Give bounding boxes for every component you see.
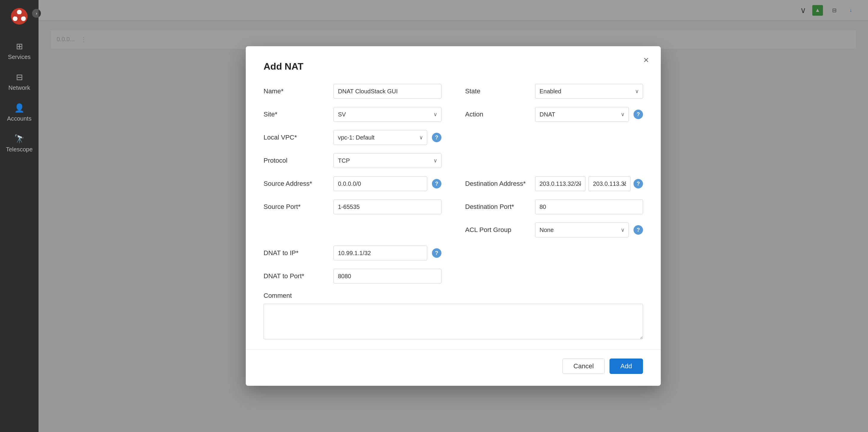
dnat-to-ip-row: DNAT to IP* ? <box>264 245 441 260</box>
destination-address-ip-select[interactable]: 203.0.113.33 <box>588 176 630 191</box>
local-vpc-help-icon[interactable]: ? <box>432 133 441 142</box>
action-label: Action <box>465 110 530 118</box>
name-row: Name* <box>264 84 441 99</box>
comment-label: Comment <box>264 292 643 300</box>
sidebar-item-telescope[interactable]: 🔭 Telescope <box>0 128 38 159</box>
dnat-to-ip-help-icon[interactable]: ? <box>432 248 441 258</box>
cancel-button[interactable]: Cancel <box>562 359 604 374</box>
dnat-to-ip-label: DNAT to IP* <box>264 249 329 257</box>
acl-port-group-label: ACL Port Group <box>465 226 530 234</box>
close-button[interactable]: × <box>643 55 649 65</box>
name-label: Name* <box>264 88 329 95</box>
dnat-right <box>465 245 643 292</box>
add-button[interactable]: Add <box>610 359 643 374</box>
svg-point-2 <box>13 16 18 21</box>
destination-address-ip-wrapper: 203.0.113.33 ∨ <box>588 176 630 191</box>
protocol-label: Protocol <box>264 157 329 164</box>
site-label: Site* <box>264 110 329 118</box>
destination-address-label: Destination Address* <box>465 180 530 188</box>
modal-footer: Cancel Add <box>264 359 643 374</box>
sidebar-item-services-label: Services <box>8 54 31 61</box>
acl-port-group-select[interactable]: None Group 1 <box>535 223 629 237</box>
destination-address-select-wrapper: 203.0.113.32/27 (Public Sub... ∨ <box>535 176 586 191</box>
destination-address-select[interactable]: 203.0.113.32/27 (Public Sub... <box>535 176 586 191</box>
dnat-to-port-row: DNAT to Port* <box>264 269 441 284</box>
action-help-icon[interactable]: ? <box>633 110 643 119</box>
sidebar-item-network[interactable]: ⊟ Network <box>0 66 38 97</box>
spacer <box>465 130 643 153</box>
local-vpc-select[interactable]: vpc-1: Default vpc-2 <box>334 130 427 145</box>
dnat-left: DNAT to IP* ? DNAT to Port* <box>264 245 441 292</box>
acl-port-group-help-icon[interactable]: ? <box>633 225 643 235</box>
destination-port-input[interactable] <box>535 199 643 214</box>
form-right-column: State Enabled Disabled ∨ Action DNAT <box>465 84 643 245</box>
source-address-label: Source Address* <box>264 180 329 188</box>
source-port-label: Source Port* <box>264 203 329 211</box>
state-row: State Enabled Disabled ∨ <box>465 84 643 99</box>
telescope-icon: 🔭 <box>14 134 25 144</box>
dnat-to-port-input[interactable] <box>334 269 441 284</box>
destination-address-row: Destination Address* 203.0.113.32/27 (Pu… <box>465 176 643 191</box>
action-select-wrapper: DNAT SNAT ∨ <box>535 107 629 122</box>
source-address-help-icon[interactable]: ? <box>432 179 441 189</box>
form-left-column: Name* Site* SV NY LA ∨ <box>264 84 441 245</box>
source-address-input[interactable] <box>334 176 427 191</box>
destination-address-group: 203.0.113.32/27 (Public Sub... ∨ 203.0.1… <box>535 176 643 191</box>
protocol-select-wrapper: TCP UDP ICMP Any ∨ <box>334 153 441 168</box>
sidebar-item-telescope-label: Telescope <box>6 146 33 153</box>
source-address-row: Source Address* ? <box>264 176 441 191</box>
form-grid: Name* Site* SV NY LA ∨ <box>264 84 643 245</box>
site-select[interactable]: SV NY LA <box>334 107 441 122</box>
network-icon: ⊟ <box>16 72 23 82</box>
source-port-row: Source Port* <box>264 199 441 214</box>
comment-section: Comment <box>264 292 643 340</box>
protocol-select[interactable]: TCP UDP ICMP Any <box>334 153 441 168</box>
site-select-wrapper: SV NY LA ∨ <box>334 107 441 122</box>
local-vpc-select-wrapper: vpc-1: Default vpc-2 ∨ <box>334 130 427 145</box>
add-nat-modal: Add NAT × Name* Site* SV NY <box>246 46 661 386</box>
sidebar: ⊞ Services ⊟ Network 👤 Accounts 🔭 Telesc… <box>0 0 38 432</box>
app-logo <box>9 6 30 27</box>
source-port-input[interactable] <box>334 199 441 214</box>
destination-port-row: Destination Port* <box>465 199 643 214</box>
comment-textarea[interactable] <box>264 304 643 339</box>
dnat-to-ip-input[interactable] <box>334 245 427 260</box>
acl-port-group-row: ACL Port Group None Group 1 ∨ ? <box>465 223 643 237</box>
name-input[interactable] <box>334 84 441 99</box>
state-select-wrapper: Enabled Disabled ∨ <box>535 84 643 99</box>
accounts-icon: 👤 <box>14 103 25 113</box>
svg-point-3 <box>21 16 26 21</box>
destination-address-help-icon[interactable]: ? <box>633 179 643 189</box>
action-row: Action DNAT SNAT ∨ ? <box>465 107 643 122</box>
svg-point-1 <box>17 10 22 14</box>
destination-port-label: Destination Port* <box>465 203 530 211</box>
sidebar-item-accounts-label: Accounts <box>7 115 31 122</box>
state-label: State <box>465 88 530 95</box>
dnat-fields-grid: DNAT to IP* ? DNAT to Port* <box>264 245 643 292</box>
sidebar-item-accounts[interactable]: 👤 Accounts <box>0 97 38 128</box>
acl-port-group-select-wrapper: None Group 1 ∨ <box>535 223 629 237</box>
local-vpc-label: Local VPC* <box>264 134 329 141</box>
dnat-to-port-label: DNAT to Port* <box>264 272 329 280</box>
sidebar-item-services[interactable]: ⊞ Services <box>0 36 38 66</box>
local-vpc-row: Local VPC* vpc-1: Default vpc-2 ∨ ? <box>264 130 441 145</box>
sidebar-item-network-label: Network <box>8 85 30 91</box>
state-select[interactable]: Enabled Disabled <box>535 84 643 99</box>
protocol-row: Protocol TCP UDP ICMP Any ∨ <box>264 153 441 168</box>
site-row: Site* SV NY LA ∨ <box>264 107 441 122</box>
modal-divider <box>246 349 661 350</box>
modal-overlay: Add NAT × Name* Site* SV NY <box>38 0 868 432</box>
spacer2 <box>465 153 643 176</box>
modal-title: Add NAT <box>264 61 643 72</box>
action-select[interactable]: DNAT SNAT <box>535 107 629 122</box>
services-icon: ⊞ <box>16 41 23 51</box>
